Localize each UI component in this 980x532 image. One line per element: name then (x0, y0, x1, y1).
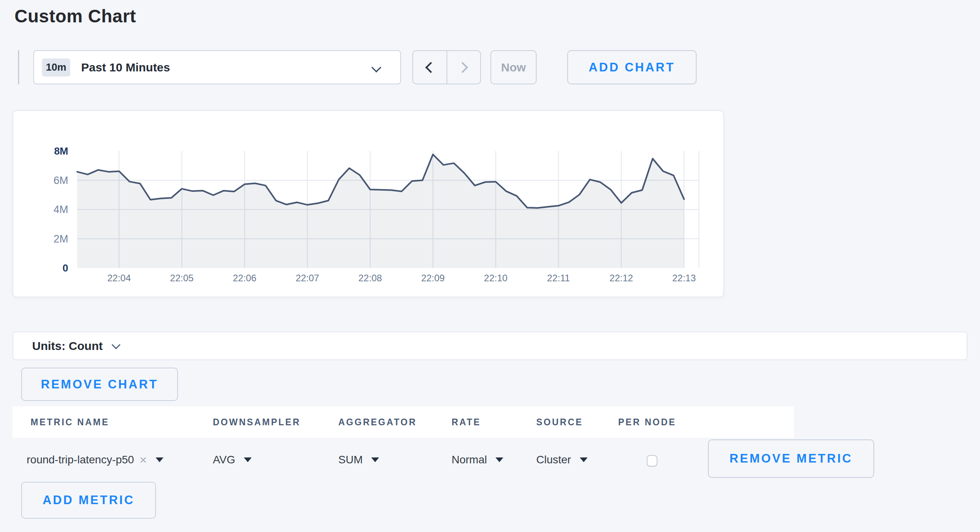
time-range-dropdown[interactable]: 10m Past 10 Minutes (33, 50, 401, 84)
svg-text:6M: 6M (53, 175, 68, 186)
chevron-left-icon (425, 62, 436, 73)
column-header-aggregator: AGGREGATOR (338, 406, 417, 438)
chevron-right-icon (457, 62, 468, 73)
page-title: Custom Chart (15, 5, 136, 27)
caret-down-icon (371, 457, 379, 462)
now-button-label: Now (501, 61, 526, 74)
prev-time-button[interactable] (413, 51, 447, 84)
remove-metric-button[interactable]: REMOVE METRIC (708, 439, 874, 478)
svg-text:4M: 4M (53, 204, 68, 215)
add-chart-button-label: ADD CHART (589, 60, 675, 75)
add-metric-button[interactable]: ADD METRIC (21, 482, 156, 519)
timeseries-area-chart: 02M4M6M8M22:0422:0522:0622:0722:0822:092… (13, 111, 725, 298)
svg-text:2M: 2M (53, 233, 68, 245)
svg-text:22:04: 22:04 (107, 273, 131, 283)
svg-text:22:12: 22:12 (610, 273, 633, 283)
time-selector-accent-bar (18, 50, 19, 84)
custom-chart-page: Custom Chart 10m Past 10 Minutes Now ADD… (0, 0, 980, 532)
svg-text:22:13: 22:13 (672, 273, 696, 283)
remove-chart-button[interactable]: REMOVE CHART (21, 368, 178, 401)
units-dropdown-label: Units: Count (32, 339, 103, 353)
chevron-down-icon (112, 340, 121, 349)
svg-text:22:10: 22:10 (484, 273, 508, 283)
clear-metric-icon[interactable]: × (140, 454, 147, 466)
source-select[interactable]: Cluster (536, 445, 588, 475)
source-value: Cluster (536, 454, 571, 466)
svg-text:0: 0 (63, 262, 68, 274)
column-header-downsampler: DOWNSAMPLER (213, 406, 301, 438)
svg-text:22:05: 22:05 (170, 273, 194, 283)
downsampler-select[interactable]: AVG (213, 445, 252, 475)
svg-text:22:06: 22:06 (233, 273, 256, 283)
svg-text:22:11: 22:11 (547, 273, 570, 283)
remove-metric-button-label: REMOVE METRIC (730, 452, 853, 466)
time-pager (412, 50, 481, 84)
caret-down-icon (156, 457, 163, 462)
next-time-button[interactable] (447, 51, 481, 84)
metrics-table-header: METRIC NAME DOWNSAMPLER AGGREGATOR RATE … (13, 406, 794, 438)
aggregator-value: SUM (338, 454, 363, 466)
downsampler-value: AVG (213, 454, 235, 466)
time-range-label: Past 10 Minutes (81, 61, 170, 74)
add-metric-button-label: ADD METRIC (43, 493, 135, 507)
units-dropdown[interactable]: Units: Count (13, 332, 967, 360)
column-header-source: SOURCE (536, 406, 583, 438)
add-chart-button[interactable]: ADD CHART (567, 50, 697, 84)
caret-down-icon (495, 457, 503, 462)
column-header-per-node: PER NODE (618, 406, 676, 438)
chevron-down-icon (371, 62, 381, 72)
column-header-rate: RATE (452, 406, 481, 438)
svg-text:22:09: 22:09 (421, 273, 445, 283)
aggregator-select[interactable]: SUM (338, 445, 379, 475)
svg-text:22:08: 22:08 (358, 273, 382, 283)
caret-down-icon (244, 457, 252, 462)
time-range-badge: 10m (42, 58, 70, 77)
per-node-checkbox[interactable] (647, 455, 657, 466)
svg-text:8M: 8M (54, 145, 68, 157)
rate-value: Normal (452, 454, 487, 466)
caret-down-icon (580, 457, 588, 462)
column-header-metric-name: METRIC NAME (31, 406, 109, 438)
remove-chart-button-label: REMOVE CHART (41, 377, 158, 392)
metric-name-select[interactable]: round-trip-latency-p50 × (27, 445, 163, 475)
rate-select[interactable]: Normal (452, 445, 503, 475)
chart-card: 02M4M6M8M22:0422:0522:0622:0722:0822:092… (13, 110, 724, 297)
svg-text:22:07: 22:07 (296, 273, 319, 283)
metric-name-value: round-trip-latency-p50 (27, 454, 134, 466)
now-button[interactable]: Now (490, 50, 537, 84)
